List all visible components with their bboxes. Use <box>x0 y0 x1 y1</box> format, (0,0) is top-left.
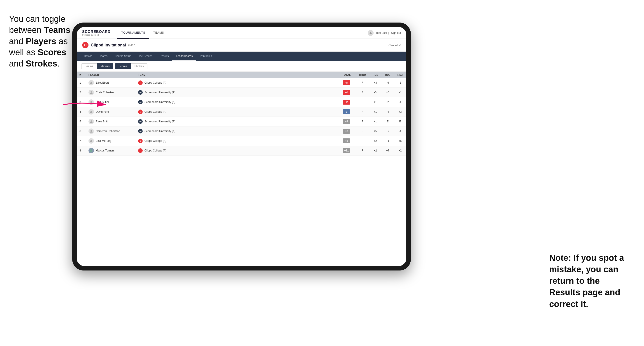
table-row: 7Blair McHargCClippd College [A]+8F+2+1+… <box>77 136 406 146</box>
col-thru: THRU <box>356 72 369 78</box>
nav-user: Test User | Sign out <box>368 30 401 36</box>
tab-results[interactable]: Results <box>156 52 172 61</box>
player-avatar <box>88 119 94 124</box>
view-toggle-group: Teams Players <box>81 63 113 69</box>
cell-rd2: +7 <box>382 146 394 156</box>
cell-player: Rees Britt <box>86 117 136 127</box>
leaderboard-table-container: # PLAYER TEAM TOTAL THRU RD1 RD2 RD3 1El… <box>77 72 406 266</box>
table-row: 6Cameron RobertsonSUScoreboard Universit… <box>77 127 406 136</box>
sign-out-link[interactable]: Sign out <box>391 31 401 34</box>
sub-nav: Details Teams Course Setup Tee Groups Re… <box>77 52 406 61</box>
nav-tournaments[interactable]: TOURNAMENTS <box>118 27 150 39</box>
nav-teams[interactable]: TEAMS <box>149 27 168 39</box>
cell-rank: 7 <box>77 136 86 146</box>
scores-bold: Scores <box>38 48 66 57</box>
toggle-scores[interactable]: Scores <box>115 63 131 69</box>
tab-course-setup[interactable]: Course Setup <box>111 52 135 61</box>
toggle-teams[interactable]: Teams <box>81 63 97 69</box>
cell-player: Cameron Robertson <box>86 127 136 136</box>
table-row: 4David FordCClippd College [A]EF+1-4+3 <box>77 107 406 117</box>
tournament-header: C Clippd Invitational (Men) Cancel ✕ <box>77 39 406 52</box>
logo-sub: Powered by clippd <box>82 34 110 36</box>
cell-rd2: E <box>382 117 394 127</box>
cell-total: +6 <box>338 127 356 136</box>
tab-tee-groups[interactable]: Tee Groups <box>135 52 156 61</box>
col-rd3: RD3 <box>394 72 406 78</box>
cell-total: -4 <box>338 88 356 97</box>
strokes-bold: Strokes <box>26 59 57 68</box>
tab-leaderboards[interactable]: Leaderboards <box>172 52 196 61</box>
col-rd2: RD2 <box>382 72 394 78</box>
cell-total: -8 <box>338 78 356 88</box>
table-row: 5Rees BrittSUScoreboard University [A]+1… <box>77 117 406 127</box>
cell-rd3: -1 <box>394 127 406 136</box>
svg-point-3 <box>90 91 92 93</box>
cell-rank: 8 <box>77 146 86 156</box>
note-bold: Note: If you spot a mistake, you can ret… <box>549 253 624 309</box>
cell-thru: F <box>356 97 369 107</box>
cell-team: CClippd College [A] <box>136 78 338 88</box>
cell-player: Marcus Turners <box>86 146 136 156</box>
cell-rank: 6 <box>77 127 86 136</box>
cell-thru: F <box>356 136 369 146</box>
table-row: 8Marcus TurnersCClippd College [A]+11F+2… <box>77 146 406 156</box>
player-name: Blair McHarg <box>96 139 111 143</box>
tablet-frame: SCOREBOARD Powered by clippd TOURNAMENTS… <box>72 22 411 271</box>
cell-rd1: +1 <box>369 117 382 127</box>
cell-rd1: +2 <box>369 136 382 146</box>
cell-rank: 1 <box>77 78 86 88</box>
cell-rd3: +3 <box>394 107 406 117</box>
player-name: Cameron Robertson <box>96 130 120 133</box>
col-team: TEAM <box>136 72 338 78</box>
svg-point-7 <box>90 130 92 131</box>
score-badge: -4 <box>343 90 350 95</box>
right-annotation: Note: If you spot a mistake, you can ret… <box>549 252 630 310</box>
cancel-button[interactable]: Cancel ✕ <box>388 43 401 47</box>
cell-thru: F <box>356 127 369 136</box>
cell-rd1: -5 <box>369 88 382 97</box>
cell-rd1: +5 <box>369 127 382 136</box>
col-rd1: RD1 <box>369 72 382 78</box>
player-avatar <box>88 138 94 144</box>
cell-team: SUScoreboard University [A] <box>136 127 338 136</box>
player-name: Rees Britt <box>96 120 108 123</box>
top-nav: SCOREBOARD Powered by clippd TOURNAMENTS… <box>77 27 406 39</box>
user-avatar <box>368 30 374 36</box>
tablet-screen: SCOREBOARD Powered by clippd TOURNAMENTS… <box>77 27 406 266</box>
cell-rd3: -5 <box>394 78 406 88</box>
tab-teams[interactable]: Teams <box>96 52 111 61</box>
table-row: 1Elliot EbertCClippd College [A]-8F+3-6-… <box>77 78 406 88</box>
team-logo: C <box>138 80 143 85</box>
tournament-gender: (Men) <box>128 43 136 47</box>
cell-rd2: -6 <box>382 78 394 88</box>
players-bold: Players <box>26 36 56 46</box>
cell-team: SUScoreboard University [A] <box>136 88 338 97</box>
team-logo: C <box>138 148 143 153</box>
col-total: TOTAL <box>338 72 356 78</box>
cell-rd3: +6 <box>394 136 406 146</box>
cell-team: CClippd College [A] <box>136 107 338 117</box>
cell-thru: F <box>356 146 369 156</box>
cell-total: +8 <box>338 136 356 146</box>
pink-arrow <box>61 97 110 113</box>
score-badge: -8 <box>343 80 350 85</box>
tab-printables[interactable]: Printables <box>196 52 216 61</box>
cell-player: Chris Robertson <box>86 88 136 97</box>
cell-thru: F <box>356 117 369 127</box>
nav-links: TOURNAMENTS TEAMS <box>118 27 368 39</box>
cell-rd2: +2 <box>382 127 394 136</box>
cell-rd3: +2 <box>394 146 406 156</box>
toggle-area: Teams Players Scores Strokes <box>77 61 406 72</box>
user-label: Test User | <box>376 31 389 34</box>
toggle-strokes[interactable]: Strokes <box>131 63 148 69</box>
player-name: Elliot Ebert <box>96 81 109 84</box>
col-player: PLAYER <box>86 72 136 78</box>
team-name: Clippd College [A] <box>144 139 166 143</box>
tab-details[interactable]: Details <box>80 52 96 61</box>
cell-total: -2 <box>338 97 356 107</box>
tournament-name: Clippd Invitational <box>91 43 126 48</box>
table-row: 2Chris RobertsonSUScoreboard University … <box>77 88 406 97</box>
teams-bold: Teams <box>44 25 70 35</box>
tournament-icon: C <box>82 42 88 48</box>
toggle-players[interactable]: Players <box>97 63 113 69</box>
